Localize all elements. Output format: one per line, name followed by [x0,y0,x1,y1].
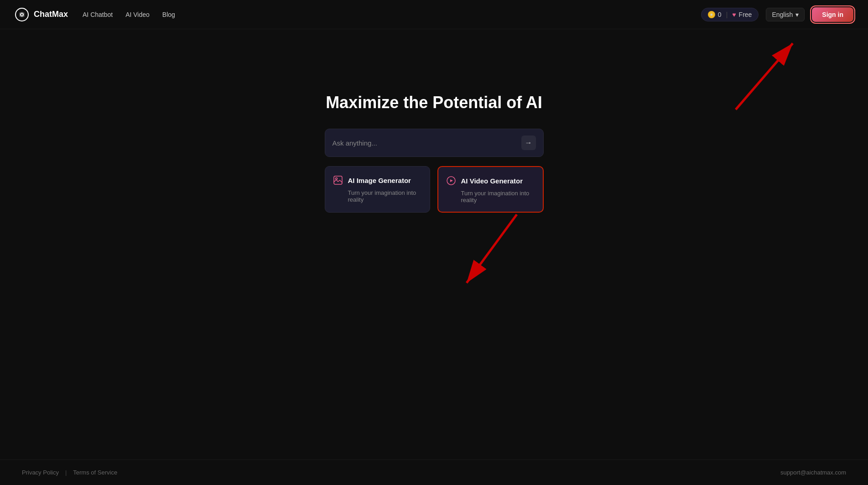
brand-name: ChatMax [34,10,68,19]
search-bar[interactable]: Ask anything... → [325,129,544,157]
terms-of-service-link[interactable]: Terms of Service [73,469,117,476]
search-placeholder: Ask anything... [333,139,521,147]
credits-divider: | [726,11,728,18]
nav-links: AI Chatbot AI Video Blog [83,11,175,18]
ai-video-card-header: AI Video Generator [446,175,535,186]
logo-area[interactable]: ChatMax [15,7,68,22]
footer: Privacy Policy | Terms of Service suppor… [0,459,868,485]
navbar-left: ChatMax AI Chatbot AI Video Blog [15,7,175,22]
support-email: support@aichatmax.com [780,469,846,476]
ai-image-card-header: AI Image Generator [333,175,422,186]
search-bar-wrapper: Ask anything... → [325,129,544,157]
signin-button[interactable]: Sign in [812,7,853,22]
blog-link[interactable]: Blog [162,11,175,18]
chatmax-logo-icon [15,7,29,22]
coin-count: 0 [718,11,722,18]
ai-video-card-title: AI Video Generator [461,177,523,185]
footer-links: Privacy Policy | Terms of Service [22,469,117,476]
ai-video-link[interactable]: AI Video [125,11,150,18]
ai-video-card-subtitle: Turn your imagination into reality [446,190,535,203]
image-icon [333,175,343,186]
coin-icon: ● [708,11,715,18]
ai-image-card-subtitle: Turn your imagination into reality [333,189,422,203]
credits-badge: ● 0 | ♥ Free [701,8,759,21]
navbar: ChatMax AI Chatbot AI Video Blog ● 0 | ♥… [0,0,868,29]
search-submit-button[interactable]: → [521,136,536,150]
free-plan-icon: ♥ [732,11,736,18]
ai-image-card[interactable]: AI Image Generator Turn your imagination… [325,166,430,213]
svg-point-7 [335,178,337,180]
footer-divider: | [65,469,67,476]
privacy-policy-link[interactable]: Privacy Policy [22,469,59,476]
free-plan-label: Free [739,11,752,18]
video-icon [446,175,457,186]
ai-image-card-title: AI Image Generator [348,177,411,184]
language-label: English [772,11,793,18]
navbar-right: ● 0 | ♥ Free English ▾ Sign in [701,7,853,22]
hero-title: Maximize the Potential of AI [326,93,542,112]
svg-marker-9 [450,179,453,182]
ai-chatbot-link[interactable]: AI Chatbot [83,11,113,18]
svg-rect-6 [334,176,342,184]
feature-cards-row: AI Image Generator Turn your imagination… [325,166,544,213]
language-selector[interactable]: English ▾ [766,8,805,21]
ai-video-card[interactable]: AI Video Generator Turn your imagination… [437,166,544,213]
main-content: Maximize the Potential of AI Ask anythin… [0,29,868,258]
chevron-down-icon: ▾ [795,11,799,18]
